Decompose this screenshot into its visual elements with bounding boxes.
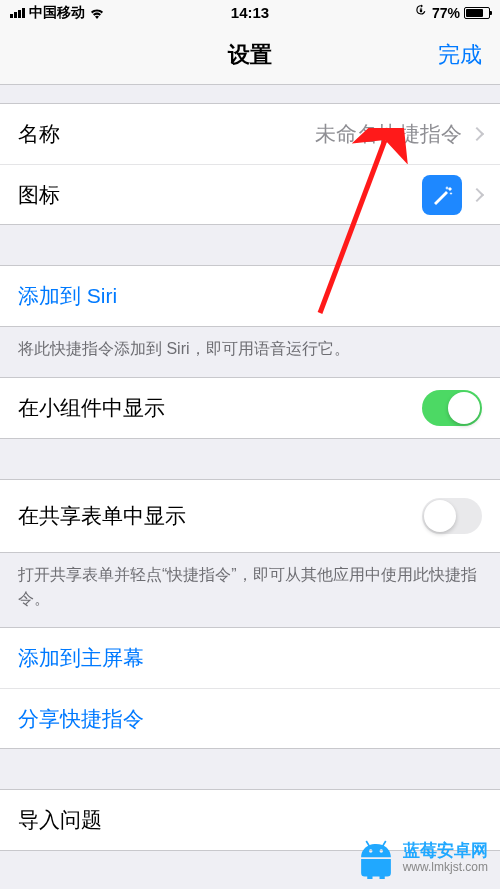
watermark-url: www.lmkjst.com — [403, 861, 488, 875]
android-icon — [355, 837, 397, 879]
add-home-label: 添加到主屏幕 — [18, 644, 144, 672]
group-actions: 添加到主屏幕 分享快捷指令 — [0, 627, 500, 749]
share-shortcut-cell[interactable]: 分享快捷指令 — [0, 688, 500, 748]
group-widget: 在小组件中显示 — [0, 377, 500, 439]
chevron-right-icon — [470, 127, 484, 141]
share-sheet-footer: 打开共享表单并轻点“快捷指令”，即可从其他应用中使用此快捷指令。 — [0, 553, 500, 627]
add-home-cell[interactable]: 添加到主屏幕 — [0, 628, 500, 688]
status-right: 77% — [414, 4, 490, 21]
widget-cell: 在小组件中显示 — [0, 378, 500, 438]
orientation-lock-icon — [414, 4, 428, 21]
icon-cell[interactable]: 图标 — [0, 164, 500, 224]
signal-icon — [10, 7, 25, 18]
name-label: 名称 — [18, 120, 60, 148]
watermark-name: 蓝莓安卓网 — [403, 841, 488, 861]
siri-footer: 将此快捷指令添加到 Siri，即可用语音运行它。 — [0, 327, 500, 377]
group-siri: 添加到 Siri — [0, 265, 500, 327]
battery-icon — [464, 7, 490, 19]
share-sheet-cell: 在共享表单中显示 — [0, 480, 500, 552]
svg-rect-0 — [420, 9, 422, 12]
carrier-label: 中国移动 — [29, 4, 85, 22]
name-value: 未命名快捷指令 — [315, 120, 462, 148]
name-cell[interactable]: 名称 未命名快捷指令 — [0, 104, 500, 164]
status-time: 14:13 — [231, 4, 269, 21]
add-to-siri-label: 添加到 Siri — [18, 282, 117, 310]
import-label: 导入问题 — [18, 806, 102, 834]
page-title: 设置 — [228, 40, 272, 70]
watermark: 蓝莓安卓网 www.lmkjst.com — [355, 837, 488, 879]
wand-icon — [430, 183, 454, 207]
wifi-icon — [89, 7, 105, 19]
status-bar: 中国移动 14:13 77% — [0, 0, 500, 25]
nav-bar: 设置 完成 — [0, 25, 500, 85]
share-shortcut-label: 分享快捷指令 — [18, 705, 144, 733]
widget-label: 在小组件中显示 — [18, 394, 165, 422]
group-basic: 名称 未命名快捷指令 图标 — [0, 103, 500, 225]
share-sheet-label: 在共享表单中显示 — [18, 502, 186, 530]
widget-toggle[interactable] — [422, 390, 482, 426]
share-sheet-toggle[interactable] — [422, 498, 482, 534]
group-share-sheet: 在共享表单中显示 — [0, 479, 500, 553]
battery-percent: 77% — [432, 5, 460, 21]
icon-label: 图标 — [18, 181, 60, 209]
add-to-siri-cell[interactable]: 添加到 Siri — [0, 266, 500, 326]
shortcut-icon — [422, 175, 462, 215]
done-button[interactable]: 完成 — [438, 40, 482, 70]
chevron-right-icon — [470, 187, 484, 201]
status-left: 中国移动 — [10, 4, 105, 22]
